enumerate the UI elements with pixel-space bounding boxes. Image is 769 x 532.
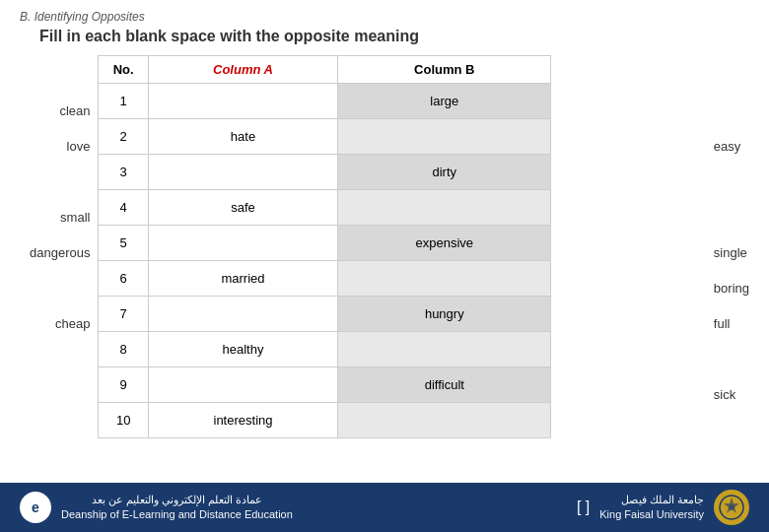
row-6-col-b xyxy=(338,261,551,297)
footer-logo-icon: e xyxy=(20,492,51,523)
right-label-5: single xyxy=(714,234,749,270)
header-col-b: Column B xyxy=(338,56,551,84)
table-row: 8 healthy xyxy=(99,332,551,367)
row-1-col-b: large xyxy=(338,84,551,119)
row-8-col-b xyxy=(338,332,551,367)
row-5-col-a xyxy=(148,226,337,261)
right-label-7: full xyxy=(714,305,749,341)
right-label-2: easy xyxy=(714,128,749,164)
left-label-4: small xyxy=(30,199,90,234)
row-3-no: 3 xyxy=(99,155,148,190)
table-row: 7 hungry xyxy=(99,297,551,332)
row-7-col-a xyxy=(148,297,337,332)
table-row: 9 difficult xyxy=(99,367,551,403)
footer-bar: e عمادة التعلم الإلكتروني والتعليم عن بع… xyxy=(0,483,769,532)
table-row: 5 expensive xyxy=(99,226,551,261)
row-9-col-a xyxy=(148,367,337,403)
content-area: clean love small dangerous cheap xyxy=(20,55,749,447)
table-row: 1 large xyxy=(99,84,551,119)
section-title: B. Identifying Opposites xyxy=(20,10,749,24)
table-row: 2 hate xyxy=(99,119,551,155)
footer-uni-arabic: جامعة الملك فيصل xyxy=(599,493,704,507)
left-label-7: cheap xyxy=(30,305,90,341)
footer-english-text: Deanship of E-Learning and Distance Educ… xyxy=(61,507,293,522)
row-3-col-a xyxy=(148,155,337,190)
row-5-col-b: expensive xyxy=(338,226,551,261)
main-instruction: Fill in each blank space with the opposi… xyxy=(20,28,749,45)
right-label-9: sick xyxy=(714,376,749,412)
left-label-5: dangerous xyxy=(30,234,90,270)
header-no: No. xyxy=(99,56,148,84)
table-row: 3 dirty xyxy=(99,155,551,190)
row-2-col-b xyxy=(338,119,551,155)
left-label-6 xyxy=(30,270,90,305)
row-10-col-b xyxy=(338,403,551,438)
row-10-col-a: interesting xyxy=(148,403,337,438)
table-row: 6 married xyxy=(99,261,551,297)
row-9-col-b: difficult xyxy=(338,367,551,403)
row-7-col-b: hungry xyxy=(338,297,551,332)
university-emblem-icon xyxy=(718,494,745,521)
row-4-col-a: safe xyxy=(148,190,337,226)
right-labels: easy single boring full sick xyxy=(714,55,749,447)
row-9-no: 9 xyxy=(99,367,148,403)
row-7-no: 7 xyxy=(99,297,148,332)
header-col-a: Column A xyxy=(148,56,337,84)
footer-uni-english: King Faisal University xyxy=(599,507,704,522)
table-row: 10 interesting xyxy=(99,403,551,438)
page-container: B. Identifying Opposites Fill in each bl… xyxy=(0,0,769,532)
row-4-col-b xyxy=(338,190,551,226)
row-8-col-a: healthy xyxy=(148,332,337,367)
row-2-col-a: hate xyxy=(148,119,337,155)
left-label-10 xyxy=(30,412,90,447)
left-label-8 xyxy=(30,341,90,376)
left-label-1: clean xyxy=(30,93,90,128)
left-label-9 xyxy=(30,376,90,412)
table-row: 4 safe xyxy=(99,190,551,226)
row-1-col-a xyxy=(148,84,337,119)
table-wrapper: No. Column A Column B 1 large 2 hate xyxy=(98,55,701,438)
left-label-2: love xyxy=(30,128,90,164)
row-6-col-a: married xyxy=(148,261,337,297)
footer-left: e عمادة التعلم الإلكتروني والتعليم عن بع… xyxy=(20,492,293,523)
footer-uni-text: جامعة الملك فيصل King Faisal University xyxy=(599,493,704,523)
row-1-no: 1 xyxy=(99,84,148,119)
footer-arabic-text: عمادة التعلم الإلكتروني والتعليم عن بعد xyxy=(61,493,293,507)
row-10-no: 10 xyxy=(99,403,148,438)
row-2-no: 2 xyxy=(99,119,148,155)
row-3-col-b: dirty xyxy=(338,155,551,190)
row-4-no: 4 xyxy=(99,190,148,226)
opposites-table: No. Column A Column B 1 large 2 hate xyxy=(98,55,551,438)
row-8-no: 8 xyxy=(99,332,148,367)
svg-point-1 xyxy=(729,504,734,510)
row-6-no: 6 xyxy=(99,261,148,297)
footer-uni-logo-icon xyxy=(714,490,749,525)
footer-right: [ ] جامعة الملك فيصل King Faisal Univers… xyxy=(577,490,749,525)
left-label-3 xyxy=(30,164,90,199)
footer-text: عمادة التعلم الإلكتروني والتعليم عن بعد … xyxy=(61,493,293,523)
right-label-6: boring xyxy=(714,270,749,305)
left-labels: clean love small dangerous cheap xyxy=(30,55,90,447)
row-5-no: 5 xyxy=(99,226,148,261)
footer-brackets: [ ] xyxy=(577,499,590,516)
